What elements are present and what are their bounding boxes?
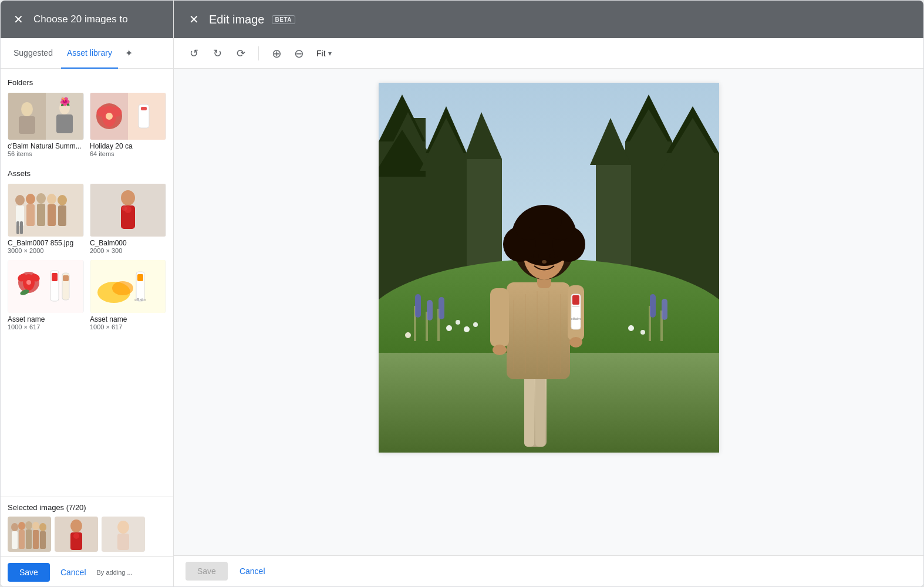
svg-point-129 [549, 254, 555, 258]
fit-label: Fit [316, 49, 326, 58]
svg-rect-93 [427, 300, 433, 321]
folder-item-2[interactable]: Holiday 20 ca 64 items [90, 93, 166, 157]
svg-rect-95 [439, 297, 444, 319]
assets-grid: C_Balm0007 855.jpg 3000 × 2000 [8, 184, 166, 330]
folder-1-name: c'Balm Natural Summ... [8, 142, 84, 150]
svg-rect-3 [19, 116, 35, 134]
right-save-button[interactable]: Save [186, 562, 228, 581]
zoom-in-button[interactable]: ⊕ [266, 43, 287, 64]
asset-svg-4: cBalm [90, 260, 166, 313]
undo-button[interactable]: ↺ [183, 43, 204, 64]
svg-point-63 [70, 519, 82, 532]
reset-button[interactable]: ⟳ [230, 43, 251, 64]
asset-thumb-1 [8, 184, 84, 237]
asset-1-name: C_Balm0007 855.jpg [8, 239, 84, 247]
svg-rect-57 [26, 529, 32, 549]
right-cancel-button[interactable]: Cancel [235, 562, 270, 581]
asset-svg-1 [8, 184, 84, 237]
right-header: ✕ Edit image BETA [174, 1, 923, 38]
tab-suggested[interactable]: Suggested [8, 38, 59, 69]
selected-thumb-2[interactable] [55, 517, 98, 552]
asset-4-name: Asset name [90, 315, 166, 323]
svg-rect-111 [490, 288, 509, 347]
svg-point-25 [58, 195, 67, 205]
folder-item-1[interactable]: 🌺 c'Balm Natural Summ... 56 items [8, 93, 84, 157]
right-panel-title: Edit image [209, 13, 265, 26]
svg-point-130 [542, 260, 547, 264]
left-panel-title: Choose 20 images to [33, 14, 128, 25]
asset-3-name: Asset name [8, 315, 84, 323]
tab-asset-library[interactable]: Asset library [61, 38, 118, 69]
svg-rect-22 [37, 204, 45, 226]
svg-point-100 [405, 332, 411, 338]
asset-thumb-4: cBalm [90, 260, 166, 313]
right-footer: Save Cancel [174, 555, 923, 586]
svg-point-99 [473, 322, 478, 327]
asset-svg-3 [8, 260, 84, 313]
assets-section-label: Assets [8, 169, 166, 178]
svg-point-65 [73, 533, 79, 539]
svg-rect-28 [20, 221, 23, 234]
zoom-out-button[interactable]: ⊖ [288, 43, 309, 64]
svg-point-33 [122, 206, 127, 211]
svg-point-17 [15, 195, 25, 205]
beta-badge: BETA [272, 15, 295, 24]
svg-rect-68 [117, 534, 129, 550]
toolbar-separator [258, 46, 259, 60]
folder-2-name: Holiday 20 ca [90, 142, 166, 150]
svg-point-23 [47, 194, 56, 204]
svg-point-114 [569, 337, 582, 348]
asset-1-dims: 3000 × 2000 [8, 247, 84, 254]
canvas-area: cBalm [174, 69, 923, 555]
asset-thumb-2 [90, 184, 166, 237]
svg-rect-5 [56, 114, 73, 133]
undo-icon: ↺ [190, 47, 198, 60]
zoom-group: ⊕ ⊖ [266, 43, 309, 64]
svg-point-56 [25, 521, 32, 529]
asset-item-1[interactable]: C_Balm0007 855.jpg 3000 × 2000 [8, 184, 84, 254]
svg-rect-55 [19, 530, 25, 549]
star-icon[interactable]: ✦ [125, 48, 133, 59]
asset-thumb-3 [8, 260, 84, 313]
svg-point-97 [456, 320, 460, 325]
svg-point-113 [493, 345, 507, 355]
folder-thumb-1: 🌺 [8, 93, 84, 140]
asset-item-3[interactable]: Asset name 1000 × 617 [8, 260, 84, 330]
folder-thumb-svg-2 [90, 93, 166, 140]
asset-3-dims: 1000 × 617 [8, 323, 84, 330]
zoom-out-icon: ⊖ [294, 46, 304, 60]
asset-item-2[interactable]: C_Balm000 2000 × 300 [90, 184, 166, 254]
left-close-icon: ✕ [14, 12, 23, 26]
svg-rect-44 [63, 275, 69, 281]
selected-images-section: Selected images (7/20) [1, 497, 173, 556]
svg-rect-61 [40, 531, 46, 549]
redo-button[interactable]: ↻ [207, 43, 228, 64]
right-close-button[interactable]: ✕ [186, 11, 202, 28]
tabs-row: Suggested Asset library ✦ [1, 38, 173, 69]
fit-dropdown-button[interactable]: Fit ▾ [312, 46, 336, 60]
svg-point-60 [39, 523, 46, 531]
left-cancel-button[interactable]: Cancel [56, 563, 91, 582]
svg-rect-53 [12, 531, 18, 549]
svg-point-98 [464, 326, 470, 332]
svg-rect-116 [572, 295, 579, 305]
folder-1-count: 56 items [8, 150, 84, 157]
reset-icon: ⟳ [237, 47, 245, 60]
folder-thumb-svg-1: 🌺 [8, 93, 84, 140]
svg-point-54 [18, 522, 25, 530]
svg-point-101 [628, 325, 634, 331]
selected-thumb-1[interactable] [8, 517, 51, 552]
svg-text:🌺: 🌺 [60, 97, 70, 107]
svg-point-21 [36, 193, 46, 204]
svg-rect-27 [16, 221, 19, 234]
zoom-in-icon: ⊕ [272, 46, 282, 60]
redo-icon: ↻ [213, 47, 222, 60]
asset-2-dims: 2000 × 300 [90, 247, 166, 254]
left-save-button[interactable]: Save [8, 563, 50, 582]
svg-point-13 [106, 113, 113, 120]
svg-text:cBalm: cBalm [571, 317, 581, 321]
asset-item-4[interactable]: cBalm Asset name 1000 × 617 [90, 260, 166, 330]
selected-thumb-3[interactable] [102, 517, 145, 552]
left-close-button[interactable]: ✕ [10, 11, 26, 28]
svg-point-58 [32, 522, 39, 530]
